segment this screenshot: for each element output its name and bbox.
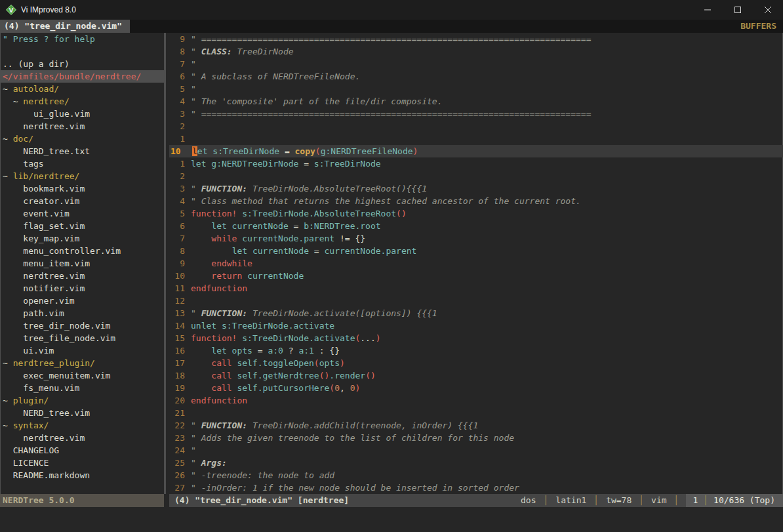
code-line[interactable]: 27" -inOrder: 1 if the new node should b…	[169, 481, 783, 494]
tree-item[interactable]: ~ lib/nerdtree/	[0, 170, 164, 182]
token-st: function!	[191, 333, 237, 343]
tree-item[interactable]: ~ doc/	[0, 133, 164, 145]
code-line[interactable]: 26" -treenode: the node to add	[169, 469, 783, 481]
tree-item[interactable]: notifier.vim	[0, 282, 164, 295]
code-line[interactable]: 18 call self.getNerdtree().render()	[169, 369, 783, 382]
code-line[interactable]: 13" FUNCTION: TreeDirNode.activate([opti…	[169, 307, 783, 319]
tree-item[interactable]: .. (up a dir)	[0, 58, 164, 70]
tree-item[interactable]: exec_menuitem.vim	[0, 369, 164, 382]
code-line[interactable]: 8 let currentNode = currentNode.parent	[169, 245, 783, 257]
token-hp: " Press ? for help	[3, 34, 95, 44]
code-line[interactable]: 24"	[169, 444, 783, 457]
line-number: 19	[169, 382, 191, 394]
code-line[interactable]: 15function! s:TreeDirNode.activate(...)	[169, 332, 783, 344]
code-line[interactable]: 3" =====================================…	[169, 108, 783, 120]
code-line[interactable]: 25" Args:	[169, 457, 783, 469]
code-line[interactable]: 7 while currentNode.parent != {}	[169, 232, 783, 245]
tree-item[interactable]: tree_file_node.vim	[0, 332, 164, 344]
tree-item[interactable]: " Press ? for help	[0, 33, 164, 45]
statusline-position: 10/636 (Top)	[713, 494, 775, 507]
code-line[interactable]: 5"	[169, 83, 783, 95]
code-line[interactable]: 23" Adds the given treenode to the list …	[169, 432, 783, 444]
token-fl: nerdtree.vim	[3, 271, 85, 281]
minimize-button[interactable]	[693, 0, 723, 20]
tree-item[interactable]: CHANGELOG	[0, 444, 164, 457]
code-line[interactable]: 3" FUNCTION: TreeDirNode.AbsoluteTreeRoo…	[169, 182, 783, 195]
statusline-separator-icon: │	[639, 494, 644, 507]
code-line[interactable]: 6 let currentNode = b:NERDTree.root	[169, 220, 783, 232]
token-c: TreeDirNode.AbsoluteTreeRoot(){{{1	[247, 184, 427, 194]
tree-item[interactable]: menu_controller.vim	[0, 245, 164, 257]
command-line[interactable]	[0, 507, 783, 532]
code-line[interactable]: 16 let opts = a:0 ? a:1 : {}	[169, 344, 783, 357]
code-line[interactable]: 10 return currentNode	[169, 270, 783, 282]
tree-item[interactable]: NERD_tree.txt	[0, 145, 164, 157]
token-id: let currentNode	[232, 246, 309, 256]
tree-item[interactable]: README.markdown	[0, 469, 164, 481]
tree-item[interactable]: NERD_tree.vim	[0, 407, 164, 419]
nerdtree-sidebar[interactable]: " Press ? for help.. (up a dir)</vimfile…	[0, 33, 164, 494]
token-c: " A subclass of NERDTreeFileNode.	[191, 72, 360, 81]
tree-root-item[interactable]: </vimfiles/bundle/nerdtree/	[0, 70, 164, 83]
code-line[interactable]: 4" The 'composite' part of the file/dir …	[169, 95, 783, 108]
tree-item[interactable]: ~ nerdtree/	[0, 95, 164, 108]
tree-item[interactable]: tags	[0, 157, 164, 170]
tree-item[interactable]: tree_dir_node.vim	[0, 319, 164, 332]
line-number: 27	[169, 481, 191, 494]
tree-item[interactable]: nerdtree.vim	[0, 270, 164, 282]
tree-item[interactable]: opener.vim	[0, 295, 164, 307]
token-c: " ======================================…	[191, 109, 591, 119]
code-line[interactable]: 1let g:NERDTreeDirNode = s:TreeDirNode	[169, 157, 783, 170]
close-button[interactable]	[753, 0, 783, 20]
maximize-button[interactable]	[723, 0, 753, 20]
code-line[interactable]: 14unlet s:TreeDirNode.activate	[169, 319, 783, 332]
tree-item[interactable]: ~ plugin/	[0, 394, 164, 407]
tree-item[interactable]: creator.vim	[0, 195, 164, 207]
token-id: .render	[329, 371, 365, 380]
token-c: TreeDirNode.addChild(treenode, inOrder) …	[247, 420, 478, 430]
token-id: let g:NERDTreeDirNode	[191, 159, 298, 169]
line-number: 11	[169, 282, 191, 295]
tree-item[interactable]: path.vim	[0, 307, 164, 319]
tree-item[interactable]: LICENCE	[0, 457, 164, 469]
tree-item[interactable]: ui_glue.vim	[0, 108, 164, 120]
code-line[interactable]: 11endfunction	[169, 282, 783, 295]
token-id: currentNode.parent	[242, 234, 334, 243]
tree-item[interactable]: ui.vim	[0, 344, 164, 357]
statusline-separator-icon: │	[593, 494, 599, 507]
tree-item[interactable]: fs_menu.vim	[0, 382, 164, 394]
current-code-line[interactable]: 10let s:TreeDirNode = copy(g:NERDTreeFil…	[169, 145, 783, 157]
token-fl: tags	[3, 159, 44, 169]
code-line[interactable]: 7"	[169, 58, 783, 70]
token-fl: fs_menu.vim	[3, 383, 79, 393]
cursor: l	[192, 146, 197, 156]
token-fl: tree_file_node.vim	[3, 333, 115, 343]
tree-item[interactable]: key_map.vim	[0, 232, 164, 245]
token-id: currentNode	[247, 271, 304, 281]
code-line[interactable]: 17 call self.toggleOpen(opts)	[169, 357, 783, 369]
tab-tree-dir-node[interactable]: (4) "tree_dir_node.vim"	[0, 20, 130, 33]
token-pl	[191, 234, 211, 243]
tree-item[interactable]: flag_set.vim	[0, 220, 164, 232]
code-line[interactable]: 5function! s:TreeDirNode.AbsoluteTreeRoo…	[169, 207, 783, 220]
vertical-split-separator[interactable]	[164, 33, 169, 494]
code-line[interactable]: 9 endwhile	[169, 257, 783, 270]
tree-item[interactable]: bookmark.vim	[0, 182, 164, 195]
tree-item[interactable]: ~ syntax/	[0, 419, 164, 432]
tree-item[interactable]: nerdtree.vim	[0, 120, 164, 133]
tree-item[interactable]: menu_item.vim	[0, 257, 164, 270]
tree-item[interactable]: event.vim	[0, 207, 164, 220]
code-line[interactable]: 19 call self.putCursorHere(0, 0)	[169, 382, 783, 394]
token-st: (	[315, 146, 321, 156]
tree-item[interactable]: ~ nerdtree_plugin/	[0, 357, 164, 369]
code-line[interactable]: 6" A subclass of NERDTreeFileNode.	[169, 70, 783, 83]
tree-item[interactable]: ~ autoload/	[0, 83, 164, 95]
code-line[interactable]: 20endfunction	[169, 394, 783, 407]
code-line[interactable]: 4" Class method that returns the highest…	[169, 195, 783, 207]
tree-item[interactable]: nerdtree.vim	[0, 432, 164, 444]
code-line[interactable]: 22" FUNCTION: TreeDirNode.addChild(treen…	[169, 419, 783, 432]
editor-pane[interactable]: 9" =====================================…	[169, 33, 783, 494]
code-line[interactable]: 9" =====================================…	[169, 33, 783, 45]
token-st: call	[211, 383, 237, 393]
code-line[interactable]: 8" CLASS: TreeDirNode	[169, 45, 783, 58]
